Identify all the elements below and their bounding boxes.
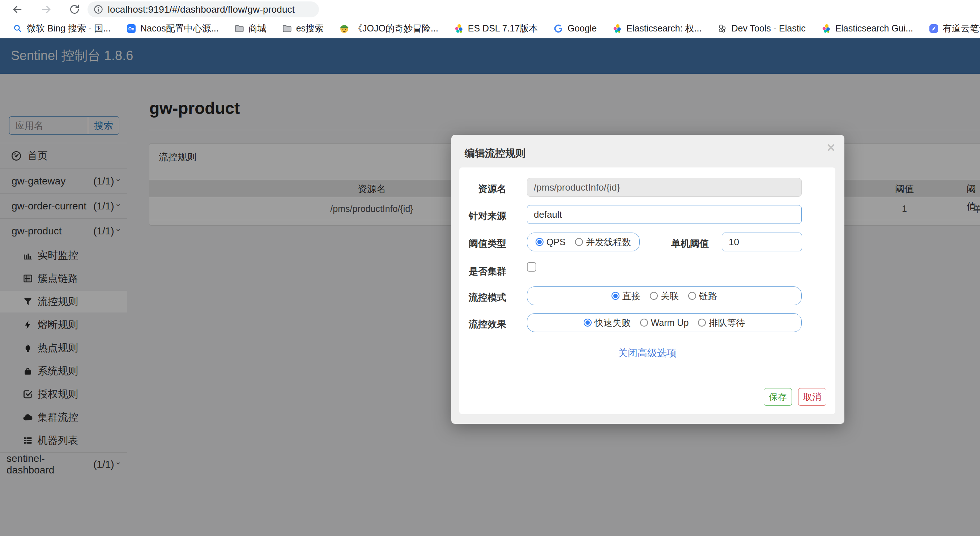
bookmark-es-dsl[interactable]: ES DSL 7.17版本 [454, 22, 538, 34]
radio-icon [575, 238, 583, 246]
limit-app-label: 针对来源 [459, 210, 506, 223]
bookmark-youdao[interactable]: 有道云笔记 [929, 22, 980, 34]
toggle-advanced-link[interactable]: 关闭高级选项 [459, 347, 835, 359]
elastic-logo-icon [612, 24, 622, 33]
radio-icon [698, 319, 706, 327]
radio-fast-fail[interactable]: 快速失败 [584, 317, 631, 329]
close-icon[interactable]: × [827, 140, 835, 156]
browser-navbar: localhost:9191/#/dashboard/flow/gw-produ… [0, 0, 980, 19]
bookmark-google[interactable]: Google [554, 23, 597, 33]
radio-qps[interactable]: QPS [536, 237, 566, 247]
screen: localhost:9191/#/dashboard/flow/gw-produ… [0, 0, 980, 536]
bookmark-mall[interactable]: 商城 [235, 22, 267, 34]
cluster-checkbox[interactable] [527, 262, 536, 272]
radio-selected-icon [611, 292, 619, 300]
strategy-label: 流控模式 [459, 291, 506, 304]
reload-icon[interactable] [66, 1, 83, 18]
grade-radio-group: QPS 并发线程数 [527, 232, 640, 251]
address-bar[interactable]: localhost:9191/#/dashboard/flow/gw-produ… [88, 2, 319, 17]
on-badge-icon: On [127, 24, 136, 33]
threshold-label: 单机阈值 [665, 237, 709, 250]
folder-icon [235, 24, 244, 33]
radio-thread-count[interactable]: 并发线程数 [575, 236, 631, 248]
cluster-label: 是否集群 [459, 265, 506, 278]
divider [470, 377, 826, 377]
search-icon [13, 24, 22, 33]
back-icon[interactable] [9, 1, 26, 18]
behavior-label: 流控效果 [459, 318, 506, 331]
radio-selected-icon [584, 319, 592, 327]
radio-icon [640, 319, 648, 327]
radio-warm-up[interactable]: Warm Up [640, 318, 689, 328]
resource-label: 资源名 [459, 183, 506, 195]
bookmark-bing[interactable]: 微软 Bing 搜索 - 国... [13, 22, 111, 34]
site-info-icon[interactable] [93, 4, 103, 14]
modal-body: 资源名 针对来源 阈值类型 QPS 并发线程数 单机阈值 是否集群 流控模式 直… [459, 167, 835, 414]
forward-icon[interactable] [38, 1, 55, 18]
radio-queue-wait[interactable]: 排队等待 [698, 317, 745, 329]
radio-chain[interactable]: 链路 [688, 290, 717, 302]
bookmark-dev-tools[interactable]: Dev Tools - Elastic [718, 23, 805, 33]
behavior-radio-group: 快速失败 Warm Up 排队等待 [527, 313, 802, 332]
elastic-logo-icon [454, 24, 464, 33]
bookmark-jojo[interactable]: 《JOJO的奇妙冒险... [340, 22, 438, 34]
google-g-icon [554, 24, 563, 33]
strategy-radio-group: 直接 关联 链路 [527, 286, 802, 305]
radio-direct[interactable]: 直接 [611, 290, 640, 302]
resource-input[interactable] [527, 178, 802, 197]
cluster-outline-icon [718, 24, 727, 33]
modal-title: 编辑流控规则 [465, 146, 525, 160]
folder-icon [282, 24, 292, 33]
bookmark-es-guide[interactable]: Elasticsearch Gui... [822, 23, 913, 33]
emoji-face-icon [340, 24, 349, 33]
bookmark-nacos[interactable]: On Nacos配置中心源... [127, 22, 219, 34]
save-button[interactable]: 保存 [764, 388, 792, 406]
threshold-input[interactable] [722, 232, 802, 251]
svg-text:On: On [128, 26, 135, 31]
radio-associated[interactable]: 关联 [650, 290, 679, 302]
elastic-logo-icon [822, 24, 831, 33]
youdao-note-icon [929, 24, 939, 33]
bookmarks-bar: 微软 Bing 搜索 - 国... On Nacos配置中心源... 商城 es… [0, 19, 980, 38]
bookmark-es-search[interactable]: es搜索 [282, 22, 324, 34]
bookmark-elasticsearch-auth[interactable]: Elasticsearch: 权... [612, 22, 702, 34]
cancel-button[interactable]: 取消 [798, 388, 826, 406]
radio-icon [688, 292, 696, 300]
grade-label: 阈值类型 [459, 237, 506, 250]
radio-selected-icon [536, 238, 544, 246]
edit-flow-rule-modal: 编辑流控规则 × 资源名 针对来源 阈值类型 QPS 并发线程数 单机阈值 是否… [451, 135, 845, 424]
url-text: localhost:9191/#/dashboard/flow/gw-produ… [108, 4, 295, 15]
limit-app-input[interactable] [527, 205, 802, 224]
radio-icon [650, 292, 658, 300]
